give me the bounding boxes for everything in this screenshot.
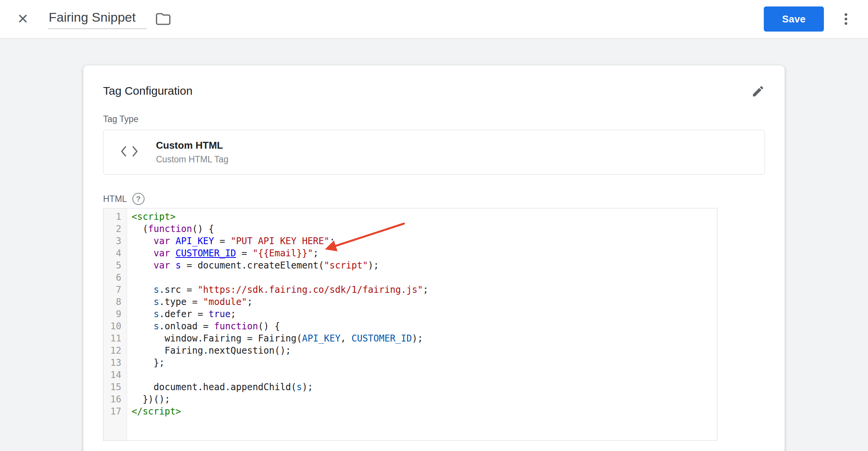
save-button[interactable]: Save [764, 6, 824, 32]
code-line-14 [132, 369, 717, 381]
code-line-17: </script> [132, 405, 717, 418]
code-line-1: <script> [132, 211, 717, 223]
code-line-2: (function() { [132, 223, 717, 235]
code-lines[interactable]: <script> (function() { var API_KEY = "PU… [127, 208, 717, 440]
code-line-13: }; [132, 357, 717, 369]
tag-type-label: Tag Type [103, 114, 765, 124]
card-title: Tag Configuration [103, 84, 192, 97]
main-content: Tag Configuration Tag Type Custom HTML C… [0, 38, 868, 451]
close-icon[interactable]: ✕ [13, 9, 33, 29]
tag-name-input[interactable]: Fairing Snippet [48, 9, 147, 29]
tag-title-group: Fairing Snippet [48, 9, 171, 29]
html-field-label: HTML [103, 194, 127, 204]
code-line-9: s.defer = true; [132, 308, 717, 320]
help-icon[interactable]: ? [132, 193, 145, 205]
code-line-12: Fairing.nextQuestion(); [132, 345, 717, 357]
code-line-10: s.onload = function() { [132, 320, 717, 332]
code-line-15: document.head.appendChild(s); [132, 381, 717, 393]
code-gutter: 1234567891011121314151617 [103, 208, 127, 440]
top-bar: ✕ Fairing Snippet Save [0, 0, 868, 38]
tag-type-text: Custom HTML Custom HTML Tag [156, 140, 228, 165]
tag-configuration-card: Tag Configuration Tag Type Custom HTML C… [83, 65, 785, 451]
html-code-editor[interactable]: 1234567891011121314151617 <script> (func… [103, 208, 717, 441]
code-line-6 [132, 272, 717, 284]
tag-type-description: Custom HTML Tag [156, 154, 228, 165]
tag-type-name: Custom HTML [156, 140, 228, 151]
code-line-11: window.Fairing = Fairing(API_KEY, CUSTOM… [132, 332, 717, 345]
kebab-menu-icon[interactable] [837, 10, 855, 28]
code-brackets-icon [120, 145, 138, 159]
folder-icon[interactable] [155, 11, 171, 27]
code-line-16: })(); [132, 393, 717, 405]
code-line-8: s.type = "module"; [132, 296, 717, 308]
code-line-3: var API_KEY = "PUT API KEY HERE"; [132, 235, 717, 247]
html-field-header: HTML ? [103, 193, 765, 205]
code-line-5: var s = document.createElement("script")… [132, 259, 717, 272]
tag-type-selector[interactable]: Custom HTML Custom HTML Tag [103, 130, 765, 175]
code-line-4: var CUSTOMER_ID = "{{Email}}"; [132, 247, 717, 259]
edit-pencil-icon[interactable] [751, 84, 765, 98]
code-line-7: s.src = "https://sdk.fairing.co/sdk/1/fa… [132, 284, 717, 296]
